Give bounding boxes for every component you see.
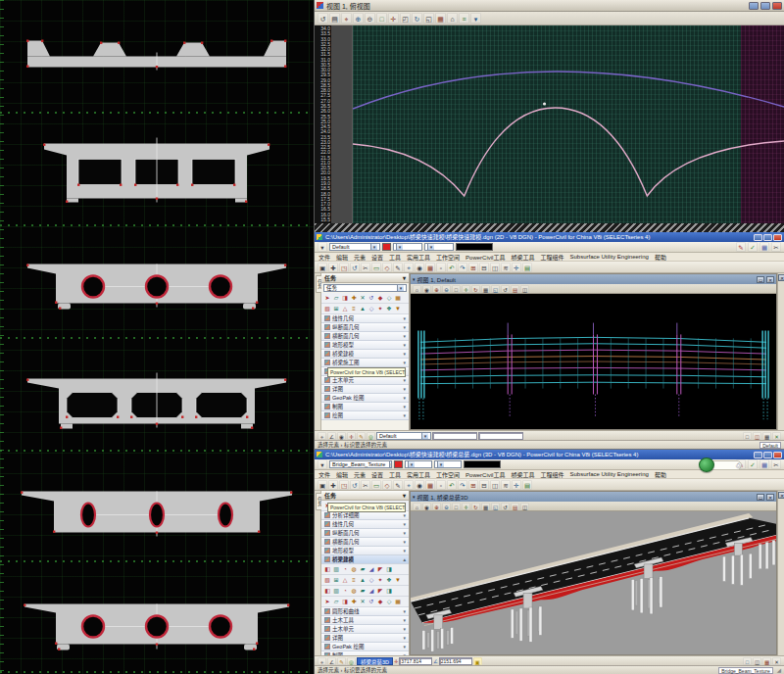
resize-grip-icon[interactable]: ◢ (777, 667, 781, 673)
snap-icon[interactable]: ∠ (327, 657, 336, 665)
toolbar-icon[interactable]: ▫ (436, 480, 446, 490)
bridge-tool-icon[interactable]: ▱ (332, 598, 340, 605)
bridge-tool-icon[interactable]: △ (341, 576, 349, 584)
toolbar-icon[interactable]: ⊟ (479, 263, 489, 272)
view-tool-icon[interactable]: ◱ (491, 285, 500, 293)
menu-item[interactable]: 编辑 (336, 253, 348, 262)
toolbar-icon[interactable]: ↶ (447, 263, 457, 272)
view-toggle-icon[interactable]: ◫ (753, 657, 761, 665)
toolbox-icon[interactable]: ▧ (323, 305, 331, 313)
scissors-icon[interactable]: ✂ (771, 459, 781, 469)
close-icon[interactable]: ✕ (766, 494, 774, 501)
active-color-swatch[interactable] (382, 243, 391, 251)
ai-pen-icon[interactable]: ✎ (357, 432, 366, 440)
ai-pen-icon[interactable]: ✎ (337, 657, 346, 665)
menu-item[interactable]: 元素 (354, 253, 366, 262)
minimize-button[interactable] (749, 2, 759, 10)
bridge-tool-icon[interactable]: ◧ (323, 587, 331, 595)
task-section-row[interactable]: 制图 ▾ (321, 403, 409, 411)
toolbox-icon[interactable]: ◇ (368, 305, 375, 313)
toolbar-icon[interactable]: ↷ (458, 263, 467, 272)
check-icon[interactable]: ✓ (748, 459, 758, 469)
toolbar-icon[interactable]: ↶ (447, 480, 457, 490)
task-section-row[interactable]: 绘图 ▾ (321, 411, 409, 420)
toolbar-icon[interactable]: ◳ (339, 263, 349, 272)
bridge-tool-icon[interactable]: ◤ (376, 565, 384, 573)
task-section-row[interactable]: GeoPak 绘图 ▾ (321, 394, 409, 403)
bridge-tool-icon[interactable]: ▲ (359, 576, 367, 584)
scissors-icon[interactable]: ✂ (771, 242, 781, 252)
toolbar-icon[interactable]: ◇ (382, 480, 392, 490)
view-group-combo[interactable]: Default ▾ (376, 432, 431, 440)
view-tool-icon[interactable]: ✛ (462, 285, 470, 293)
toolbox-icon[interactable]: ◇ (385, 294, 393, 302)
bridge-tool-icon[interactable]: ◇ (368, 576, 375, 584)
task-section-row[interactable]: 横断面几何 ▾ (321, 332, 409, 341)
toolbar-icon[interactable]: ◫ (490, 480, 500, 490)
menu-item[interactable]: 工作空间 (436, 253, 460, 262)
snap-icon[interactable]: ✛ (347, 432, 356, 440)
menu-item[interactable]: PowerCivil工具 (466, 470, 505, 479)
view-tool-icon[interactable]: □ (452, 503, 461, 510)
task-section-row[interactable]: 横断面几何 ▾ (321, 538, 409, 547)
menu-item[interactable]: 帮助 (655, 470, 666, 479)
toolbar-icon[interactable]: □ (376, 13, 387, 24)
task-section-row[interactable]: 地形模型 ▾ (321, 341, 409, 350)
menu-item[interactable]: Subsurface Utility Engineering (569, 471, 648, 477)
bridge-tool-icon[interactable]: ◨ (385, 565, 393, 573)
toolbox-icon[interactable]: ➤ (323, 294, 331, 302)
bridge-tool-icon[interactable]: ≡ (350, 576, 358, 584)
menu-item[interactable]: 设置 (371, 470, 383, 479)
view-toggle-icon[interactable]: □ (743, 657, 752, 665)
view-tool-icon[interactable]: ▦ (481, 285, 490, 293)
locate-icon[interactable]: ◎ (367, 432, 375, 440)
view-tool-icon[interactable]: ⊖ (442, 285, 451, 293)
view-toggle-icon[interactable]: ▦ (762, 432, 771, 440)
minimize-button[interactable] (754, 452, 762, 458)
task-section-row[interactable]: 桥梁建模 ▾ (321, 350, 409, 359)
toolbar-icon[interactable]: ⌖ (341, 13, 352, 24)
maximize-button[interactable] (763, 452, 772, 458)
menu-item[interactable]: 设置 (371, 253, 383, 262)
close-button[interactable] (772, 2, 782, 10)
plot-area[interactable]: 34.033.533.032.532.031.531.030.530.029.5… (315, 25, 784, 223)
toolbox-icon[interactable]: △ (341, 305, 349, 313)
bridge-tool-icon[interactable]: ▥ (332, 565, 340, 573)
toolbar-icon[interactable]: ↷ (458, 480, 467, 490)
toolbox-icon[interactable]: ▦ (394, 294, 402, 302)
toolbar-icon[interactable]: ◉ (415, 480, 424, 490)
bridge-tool-icon[interactable]: ◍ (350, 565, 358, 573)
toolbar-icon[interactable]: ▤ (522, 480, 532, 490)
toolbox-icon[interactable]: ◆ (376, 294, 384, 302)
task-section-row[interactable]: 土木工具 ▾ (321, 616, 409, 625)
toolbox-icon[interactable]: ✕ (359, 294, 367, 302)
view-toggle-icon[interactable]: □ (743, 432, 752, 440)
menu-item[interactable]: 桥梁工具 (511, 470, 534, 479)
coordinate-field[interactable] (478, 432, 523, 440)
close-button[interactable] (773, 234, 782, 241)
toolbar-icon[interactable]: ⊖ (365, 13, 375, 24)
bridge-tool-icon[interactable]: ◢ (368, 587, 375, 595)
task-panel-header[interactable]: 任务 ▾ (321, 491, 409, 501)
minimize-button[interactable] (754, 234, 762, 241)
bridge-tool-icon[interactable]: ◨ (341, 598, 349, 605)
view-tool-icon[interactable]: ✛ (462, 503, 470, 510)
view-menu-icon[interactable]: ▾ (413, 276, 416, 282)
locate-icon[interactable]: ◎ (347, 657, 356, 665)
view-tool-icon[interactable]: ⌂ (413, 503, 421, 510)
line-weight-combo[interactable]: ▾ (424, 243, 454, 251)
task-section-row[interactable]: 土木单元 ▾ (321, 625, 409, 634)
menu-item[interactable]: 工程组件 (540, 470, 564, 479)
toolbar-icon[interactable]: ✛ (388, 13, 399, 24)
toolbox-icon[interactable]: ▱ (332, 294, 340, 302)
task-section-row[interactable]: 线性几何 ▾ (321, 520, 409, 529)
toolbar-icon[interactable]: ▦ (435, 13, 446, 24)
toolbar-icon[interactable]: ▣ (318, 263, 327, 272)
toolbox-icon[interactable]: ▼ (394, 305, 402, 313)
active-level-indicator[interactable]: Bridge_Beam_Texture (718, 667, 772, 674)
bridge-tool-icon[interactable]: ◇ (385, 598, 393, 605)
toolbar-icon[interactable]: ▾ (470, 13, 481, 24)
bridge-tool-icon[interactable]: ✚ (350, 598, 358, 605)
task-combo[interactable]: 任务 ▾ (323, 284, 407, 292)
toolbar-icon[interactable]: ▫ (436, 263, 446, 272)
